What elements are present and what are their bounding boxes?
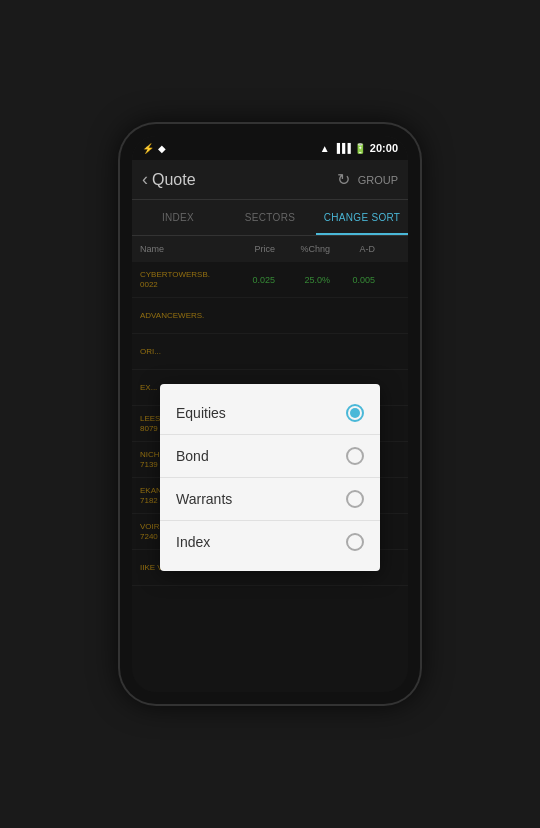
col-header-ad: A-D — [330, 244, 375, 254]
dialog-option-label-index: Index — [176, 534, 210, 550]
radio-index — [346, 533, 364, 551]
app-bar-right: ↻ GROUP — [337, 170, 398, 189]
dialog-option-label-equities: Equities — [176, 405, 226, 421]
tab-sectors[interactable]: SECTORS — [224, 200, 316, 235]
col-header-change: %Chng — [275, 244, 330, 254]
app-bar-left: ‹ Quote — [142, 169, 196, 190]
wifi-icon: ▲ — [320, 143, 330, 154]
refresh-button[interactable]: ↻ — [337, 170, 350, 189]
table-area: CYBERTOWERSB. 0022 0.025 25.0% 0.005 ADV… — [132, 262, 408, 692]
usb-icon: ⚡ — [142, 143, 154, 154]
radio-warrants — [346, 490, 364, 508]
back-button[interactable]: ‹ — [142, 169, 148, 190]
phone-device: ⚡ ◆ ▲ ▐▐▐ 🔋 20:00 ‹ Quote ↻ GROUP — [120, 124, 420, 704]
battery-icon: 🔋 — [354, 143, 366, 154]
signal-icon: ▐▐▐ — [334, 143, 350, 153]
dialog-option-warrants[interactable]: Warrants — [160, 478, 380, 521]
tab-change-sort[interactable]: CHANGE SORT — [316, 200, 408, 235]
status-bar-right: ▲ ▐▐▐ 🔋 20:00 — [320, 142, 398, 154]
app-bar: ‹ Quote ↻ GROUP — [132, 160, 408, 200]
sort-dialog: Equities Bond Warrants Index — [160, 384, 380, 571]
col-header-name: Name — [140, 244, 220, 254]
dialog-option-equities[interactable]: Equities — [160, 392, 380, 435]
android-icon: ◆ — [158, 143, 166, 154]
status-time: 20:00 — [370, 142, 398, 154]
status-bar: ⚡ ◆ ▲ ▐▐▐ 🔋 20:00 — [132, 136, 408, 160]
status-bar-left: ⚡ ◆ — [142, 143, 166, 154]
tab-bar: INDEX SECTORS CHANGE SORT — [132, 200, 408, 236]
dialog-option-label-warrants: Warrants — [176, 491, 232, 507]
group-label[interactable]: GROUP — [358, 174, 398, 186]
dialog-option-index[interactable]: Index — [160, 521, 380, 563]
dialog-option-bond[interactable]: Bond — [160, 435, 380, 478]
radio-equities — [346, 404, 364, 422]
tab-index[interactable]: INDEX — [132, 200, 224, 235]
radio-bond — [346, 447, 364, 465]
dialog-option-label-bond: Bond — [176, 448, 209, 464]
col-header-price: Price — [220, 244, 275, 254]
dialog-overlay[interactable]: Equities Bond Warrants Index — [132, 262, 408, 692]
column-headers: Name Price %Chng A-D — [132, 236, 408, 262]
app-title: Quote — [152, 171, 196, 189]
phone-screen: ⚡ ◆ ▲ ▐▐▐ 🔋 20:00 ‹ Quote ↻ GROUP — [132, 136, 408, 692]
